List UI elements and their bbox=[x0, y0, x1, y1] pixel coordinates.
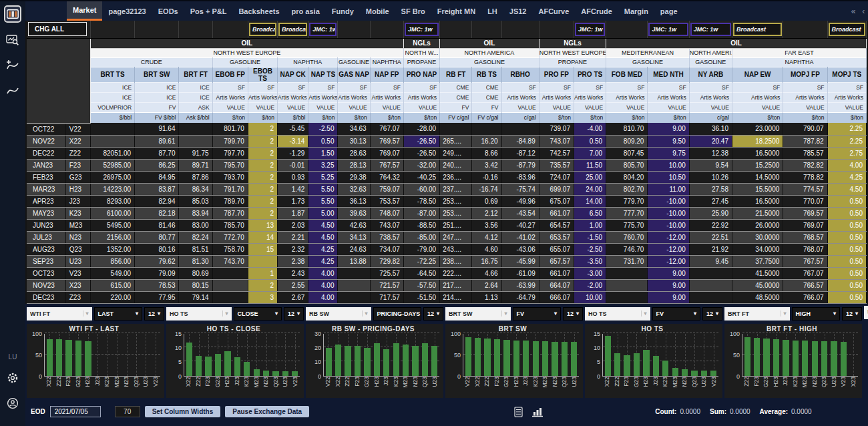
bar-slot-q23 bbox=[271, 334, 280, 376]
user-account-icon[interactable] bbox=[4, 395, 21, 411]
jmc-box-pro-ts[interactable]: JMC: 1w bbox=[575, 23, 605, 36]
pager-prev-icon[interactable]: ‹ bbox=[862, 7, 865, 16]
periods-select-6[interactable]: 12▾ bbox=[842, 307, 862, 321]
nav-tab-fundy[interactable]: Fundy bbox=[326, 1, 360, 21]
x-tick-label: K23 bbox=[244, 377, 250, 387]
column-header-rb-ts: RB TS bbox=[472, 67, 501, 82]
nav-tab-lh[interactable]: LH bbox=[481, 1, 503, 21]
chevron-down-icon: ▾ bbox=[781, 310, 787, 316]
periods-select-1[interactable]: 12▾ bbox=[144, 307, 164, 321]
nav-tab-freight-mn[interactable]: Freight MN bbox=[431, 1, 481, 21]
market-grid-icon[interactable] bbox=[4, 5, 21, 23]
field-select-3[interactable]: PRICING-DAYS▾ bbox=[373, 307, 421, 321]
eod-date-input[interactable] bbox=[50, 406, 101, 417]
instrument-select-2[interactable]: HO TS▾ bbox=[166, 307, 232, 321]
field-value: CLOSE bbox=[238, 310, 258, 317]
field-select-5[interactable]: FV▾ bbox=[652, 307, 700, 321]
instrument-select-6[interactable]: BRT FT▾ bbox=[724, 307, 790, 321]
cell-rbho: -45.99 bbox=[501, 255, 539, 267]
number-input[interactable] bbox=[115, 406, 140, 417]
cell-rb-ft: 249.... bbox=[440, 147, 472, 159]
broadcast-box-mopj-ts[interactable]: Broadcast bbox=[829, 23, 865, 36]
settings-gear-icon[interactable] bbox=[4, 370, 21, 386]
chart-selector-row: WTI FT▾LAST▾12▾HO TS▾CLOSE▾12▾RB SW▾PRIC… bbox=[27, 306, 868, 322]
field-select-4[interactable]: FV▾ bbox=[513, 307, 561, 321]
nav-tab-pos-p-l[interactable]: Pos + P&L bbox=[184, 1, 233, 21]
toolbar-cell-rbho bbox=[501, 21, 539, 38]
jmc-box-pro-nap[interactable]: JMC: 1w bbox=[405, 23, 439, 36]
field-row-rb-ts: FV bbox=[472, 102, 501, 112]
broadcast-box-nap-ew[interactable]: Broadcast bbox=[733, 23, 782, 36]
bars-container bbox=[742, 334, 858, 376]
jmc-box-med-nth[interactable]: JMC: 1w bbox=[648, 23, 688, 36]
bar-f23 bbox=[624, 355, 630, 375]
nav-tab-margin[interactable]: Margin bbox=[618, 1, 654, 21]
periods-select-3[interactable]: 12▾ bbox=[423, 307, 443, 321]
bar-slot-v22 bbox=[463, 334, 473, 376]
instrument-select-3[interactable]: RB SW▾ bbox=[306, 307, 371, 321]
nav-tab-mobile[interactable]: Mobile bbox=[360, 1, 395, 21]
set-column-widths-button[interactable]: Set Column Widths bbox=[145, 406, 221, 417]
jmc-box-nap-ts[interactable]: JMC: 1w bbox=[309, 23, 337, 36]
curve-icon[interactable] bbox=[4, 83, 21, 99]
bar-n23 bbox=[412, 346, 418, 375]
x-tick-x22: X22 bbox=[602, 377, 612, 398]
pause-exchange-data-button[interactable]: Pause Exchange Data bbox=[225, 406, 309, 417]
periods-select-4[interactable]: 12▾ bbox=[563, 307, 583, 321]
nav-tab-pro-asia[interactable]: pro asia bbox=[286, 1, 326, 21]
jmc-box-ny-arb[interactable]: JMC: 1w bbox=[690, 23, 731, 36]
broadcast-box-nap-ck[interactable]: Broadcast bbox=[278, 23, 307, 36]
periods-select-5[interactable]: 12▾ bbox=[702, 307, 722, 321]
nav-tab-sf-bro[interactable]: SF Bro bbox=[395, 1, 431, 21]
nav-tab-page[interactable]: page bbox=[654, 1, 684, 21]
x-tick-g23: G23 bbox=[761, 377, 771, 398]
periods-select-2[interactable]: 12▾ bbox=[284, 307, 304, 321]
field-select-6[interactable]: HIGH▾ bbox=[792, 307, 840, 321]
chart-view-icon[interactable] bbox=[531, 407, 544, 417]
bar-v23 bbox=[841, 342, 847, 376]
cell-nap-ck: 0.93 bbox=[278, 171, 308, 183]
select-button[interactable]: Select bbox=[864, 306, 868, 319]
nav-tab-page32123[interactable]: page32123 bbox=[102, 1, 152, 21]
x-tick-g23: G23 bbox=[501, 377, 511, 398]
nav-tab-backsheets[interactable]: Backsheets bbox=[232, 1, 285, 21]
instrument-select-1[interactable]: WTI FT▾ bbox=[27, 307, 92, 321]
x-tick-v23: V23 bbox=[839, 377, 849, 398]
contract-code: V22 bbox=[65, 123, 90, 135]
cell-nap-ck: 2.67 bbox=[278, 291, 308, 303]
bar-h23 bbox=[374, 343, 380, 375]
chg-all-button[interactable]: CHG ALL bbox=[28, 22, 87, 36]
pager-first-icon[interactable]: « bbox=[851, 7, 856, 16]
bar-v22 bbox=[326, 348, 332, 376]
nav-tab-afcurve[interactable]: AFCurve bbox=[533, 1, 576, 21]
bars-container bbox=[324, 334, 439, 376]
toolbar-cell-ny-arb: JMC: 1w bbox=[689, 21, 732, 38]
instrument-select-4[interactable]: BRT SW▾ bbox=[445, 307, 511, 321]
field-select-2[interactable]: CLOSE▾ bbox=[234, 307, 282, 321]
cell-ebob-fp bbox=[212, 291, 248, 303]
table-row-nov23: NOV23X23615.0078.5380.1522.554.00721.57-… bbox=[27, 279, 867, 291]
toolbar-cell-fob-med bbox=[606, 21, 648, 38]
bar-slot-v23 bbox=[290, 334, 300, 376]
nav-tab-eods[interactable]: EODs bbox=[152, 1, 184, 21]
bar-z22 bbox=[345, 346, 351, 375]
vertical-gridline bbox=[156, 334, 156, 376]
nav-tab-market[interactable]: Market bbox=[67, 1, 102, 21]
column-header-mopj-fp: MOPJ FP bbox=[783, 67, 827, 82]
bar-h23 bbox=[85, 341, 91, 375]
source-row1-rb-ft: CME bbox=[440, 82, 472, 92]
chart-search-icon[interactable] bbox=[4, 32, 21, 48]
table-view-icon[interactable] bbox=[514, 407, 523, 417]
cell-ebob-ts: 2 bbox=[248, 159, 277, 171]
broadcast-box-ebob-ts[interactable]: Broadcas bbox=[249, 23, 276, 36]
cell-nap-ew: 26.0000 bbox=[732, 219, 783, 231]
instrument-select-5[interactable]: HO TS▾ bbox=[585, 307, 650, 321]
field-row-nap-ts: VALUE bbox=[308, 102, 338, 112]
nav-tab-js12[interactable]: JS12 bbox=[503, 1, 533, 21]
cell-nap-ew: 16.5000 bbox=[732, 147, 783, 159]
bar-m23 bbox=[254, 369, 260, 376]
field-select-1[interactable]: LAST▾ bbox=[94, 307, 142, 321]
bar-h23 bbox=[643, 350, 649, 375]
nav-tab-afcrude[interactable]: AFCrude bbox=[575, 1, 618, 21]
curve-add-icon[interactable] bbox=[4, 57, 21, 73]
